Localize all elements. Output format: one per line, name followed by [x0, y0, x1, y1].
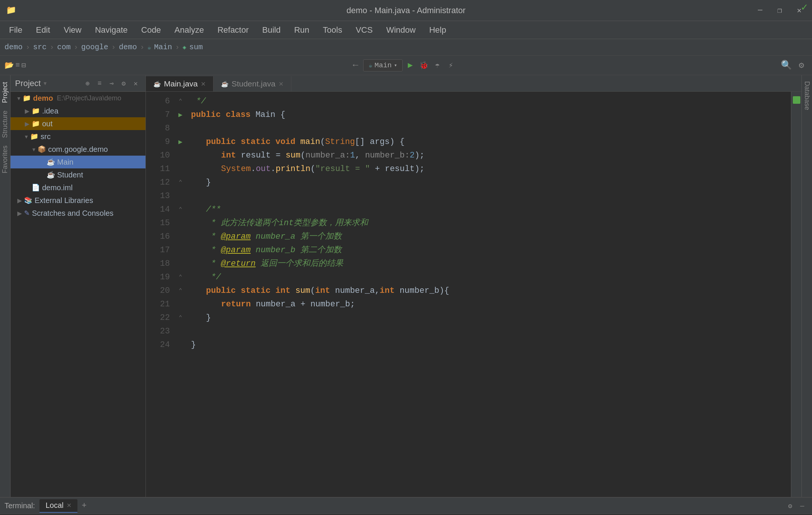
menu-run[interactable]: Run: [288, 24, 315, 36]
breadcrumb-sum[interactable]: sum: [189, 43, 203, 52]
sep6: ›: [175, 43, 180, 52]
favorites-tab-label[interactable]: Favorites: [0, 142, 11, 177]
menu-refactor[interactable]: Refactor: [211, 24, 255, 36]
menu-tools[interactable]: Tools: [317, 24, 348, 36]
menu-build[interactable]: Build: [256, 24, 287, 36]
tab-main-java[interactable]: ☕ Main.java ✕: [146, 76, 214, 91]
fold-6[interactable]: ⌃: [179, 95, 182, 108]
terminal-local-tab[interactable]: Local ✕: [39, 499, 77, 513]
fold-12[interactable]: ⌃: [179, 176, 182, 189]
tree-student[interactable]: ▶ ☕ Student: [11, 168, 145, 181]
tree-idea[interactable]: ▶ 📁 .idea: [11, 105, 145, 117]
search-button[interactable]: 🔍: [780, 59, 792, 71]
tree-demo-iml[interactable]: ▶ 📄 demo.iml: [11, 181, 145, 194]
menu-view[interactable]: View: [58, 24, 87, 36]
project-tab-label[interactable]: Project: [0, 78, 11, 107]
terminal-settings-button[interactable]: ⚙: [785, 501, 795, 511]
code-line-10: int result = sum( number_a: 1, number_b:…: [188, 149, 791, 162]
code-line-7: public class Main {: [188, 108, 791, 122]
expand-all-button[interactable]: ⊕: [82, 78, 93, 89]
line-numbers: 6 7 8 9 10 11 12 13 14 15 16 17 18 19 20…: [146, 92, 173, 497]
tree-src[interactable]: ▾ 📁 src: [11, 130, 145, 143]
main-tab-label: Main.java: [164, 79, 198, 88]
toolbar-icon-1[interactable]: 📂: [5, 61, 14, 70]
menu-help[interactable]: Help: [423, 24, 452, 36]
project-panel-title: Project ▾: [15, 79, 47, 88]
settings-button[interactable]: ⚙: [795, 59, 807, 71]
database-tab-label[interactable]: Database: [801, 78, 812, 113]
terminal-close-button[interactable]: —: [797, 501, 807, 511]
menu-analyze[interactable]: Analyze: [168, 24, 210, 36]
tree-scratches[interactable]: ▶ ✎ Scratches and Consoles: [11, 207, 145, 220]
pkg-folder-icon: 📦: [38, 145, 46, 153]
bottom-tab-group: Terminal: Local ✕ +: [5, 499, 89, 513]
student-tab-close[interactable]: ✕: [279, 80, 283, 88]
close-panel-button[interactable]: ✕: [130, 78, 141, 89]
title-bar: 📁 demo - Main.java - Administrator ─ ❐ ✕: [0, 0, 812, 21]
bottom-panel: Terminal: Local ✕ + ⚙ — Microsoft Window…: [0, 497, 812, 515]
editor-area: ☕ Main.java ✕ ☕ Student.java ✕ ✓ 6 7 8 9: [146, 75, 801, 497]
run-config-dropdown[interactable]: ☕ Main ▾: [363, 59, 403, 71]
breadcrumb-src[interactable]: src: [33, 43, 47, 52]
structure-tab-label[interactable]: Structure: [0, 107, 11, 142]
tree-main[interactable]: ▶ ☕ Main: [11, 156, 145, 168]
tree-root[interactable]: ▾ 📁 demo E:\Project\Java\demo: [11, 92, 145, 105]
run-config-icon: ☕: [369, 62, 373, 69]
student-file-label: Student: [57, 171, 83, 179]
code-line-18: * @return 返回一个求和后的结果: [188, 257, 791, 271]
tree-com-google[interactable]: ▾ 📦 com.google.demo: [11, 143, 145, 156]
code-line-6: */: [188, 95, 791, 108]
inner-layout: Project ▾ ⊕ ≡ ⊸ ⚙ ✕ ▾ 📁 demo: [11, 75, 812, 497]
student-tab-icon: ☕: [221, 80, 229, 88]
collapse-all-button[interactable]: ≡: [94, 78, 105, 89]
tree-external-libs[interactable]: ▶ 📚 External Libraries: [11, 194, 145, 207]
profile-button[interactable]: ⚡: [445, 59, 457, 71]
code-line-22: }: [188, 311, 791, 325]
tab-student-java[interactable]: ☕ Student.java ✕: [214, 76, 291, 91]
main-tab-close[interactable]: ✕: [201, 80, 206, 88]
fold-19[interactable]: ⌃: [179, 271, 182, 284]
menu-window[interactable]: Window: [380, 24, 421, 36]
toolbar-icon-2[interactable]: ≡: [15, 61, 20, 70]
bottom-tab-actions: ⚙ —: [785, 501, 807, 511]
code-lines[interactable]: */ public class Main { public static voi…: [188, 92, 791, 497]
menu-navigate[interactable]: Navigate: [89, 24, 134, 36]
code-line-15: * 此方法传递两个int类型参数，用来求和: [188, 217, 791, 230]
breadcrumb-main[interactable]: Main: [154, 43, 172, 52]
run-button[interactable]: ▶: [404, 59, 416, 71]
maximize-button[interactable]: ❐: [773, 4, 786, 17]
minimize-button[interactable]: ─: [753, 4, 767, 17]
pkg-label: com.google.demo: [48, 145, 108, 154]
fold-20[interactable]: ⌃: [179, 284, 182, 298]
debug-button[interactable]: 🐞: [418, 59, 430, 71]
fold-22[interactable]: ⌃: [179, 311, 182, 325]
project-panel: Project ▾ ⊕ ≡ ⊸ ⚙ ✕ ▾ 📁 demo: [11, 75, 146, 497]
breadcrumb-com[interactable]: com: [57, 43, 71, 52]
title-bar-controls: ─ ❐ ✕: [753, 4, 806, 17]
breadcrumb-demo[interactable]: demo: [5, 43, 23, 52]
student-file-icon: ☕: [47, 171, 55, 179]
code-gutter: ⌃ ▶ ▶ ⌃ ⌃: [173, 92, 188, 497]
project-dropdown-icon[interactable]: ▾: [44, 80, 47, 87]
menu-file[interactable]: File: [3, 24, 28, 36]
tree-out[interactable]: ▶ 📁 out: [11, 117, 145, 130]
title-bar-left: 📁: [6, 5, 16, 15]
fold-14[interactable]: ⌃: [179, 203, 182, 217]
run-9[interactable]: ▶: [179, 135, 183, 149]
run-7[interactable]: ▶: [179, 108, 183, 122]
local-tab-close[interactable]: ✕: [67, 502, 71, 509]
settings-panel-button[interactable]: ⚙: [118, 78, 129, 89]
menu-edit[interactable]: Edit: [30, 24, 56, 36]
root-expand-icon: ▾: [17, 95, 20, 102]
autoscroll-button[interactable]: ⊸: [106, 78, 117, 89]
menu-code[interactable]: Code: [135, 24, 167, 36]
menu-bar: File Edit View Navigate Code Analyze Ref…: [0, 21, 812, 39]
breadcrumb-google[interactable]: google: [81, 43, 108, 52]
new-terminal-button[interactable]: +: [79, 501, 89, 511]
code-line-11: System.out.println("result = " + result)…: [188, 162, 791, 176]
menu-vcs[interactable]: VCS: [350, 24, 379, 36]
toolbar-icon-3[interactable]: ⊟: [21, 61, 26, 70]
back-button[interactable]: ←: [350, 59, 362, 71]
coverage-button[interactable]: ☂: [431, 59, 443, 71]
breadcrumb-demo2[interactable]: demo: [119, 43, 137, 52]
